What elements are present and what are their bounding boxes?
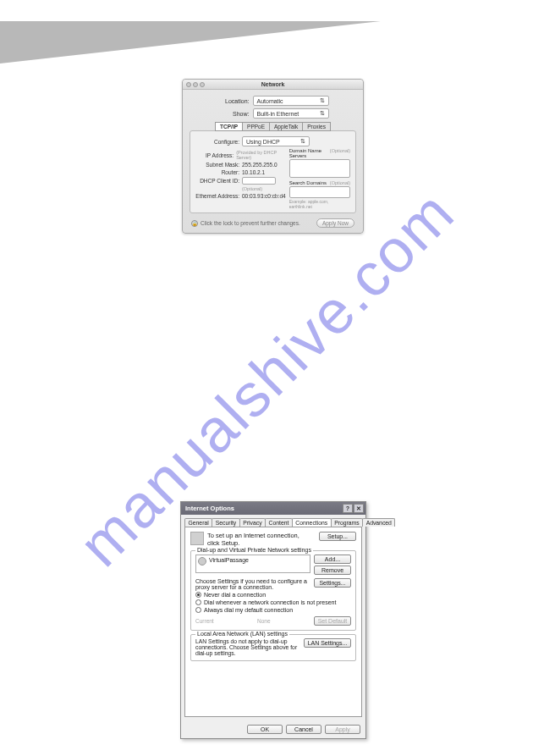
tcpip-panel: Configure: Using DHCP ⇅ IP Address: (Pro… <box>190 130 356 213</box>
show-label: Show: <box>217 111 250 117</box>
dropdown-icon: ⇅ <box>320 97 325 104</box>
configure-select[interactable]: Using DHCP ⇅ <box>242 136 310 146</box>
help-button[interactable]: ? <box>343 504 353 513</box>
lan-group: Local Area Network (LAN) settings LAN Se… <box>190 634 356 661</box>
dhcp-label: DHCP Client ID: <box>195 178 239 184</box>
dns-optional: (Optional) <box>330 148 350 158</box>
proxy-text: Choose Settings if you need to configure… <box>195 578 310 590</box>
mac-titlebar: Network <box>183 80 363 90</box>
tab-advanced[interactable]: Advanced <box>362 518 395 527</box>
dropdown-icon: ⇅ <box>300 138 305 145</box>
win-titlebar: Internet Options ? ✕ <box>181 502 365 515</box>
search-optional: (Optional) <box>330 180 350 185</box>
tab-pppoe[interactable]: PPPoE <box>243 122 270 131</box>
radio-icon <box>195 607 201 613</box>
minimize-icon[interactable] <box>193 82 198 87</box>
location-value: Automatic <box>257 98 283 104</box>
subnet-value: 255.255.255.0 <box>242 162 277 168</box>
current-value: None <box>257 618 271 624</box>
setup-text: To set up an Internet connection, click … <box>207 532 300 547</box>
search-textarea[interactable] <box>289 186 350 198</box>
lan-text: LAN Settings do not apply to dial-up con… <box>195 638 300 656</box>
zoom-icon[interactable] <box>200 82 205 87</box>
close-button[interactable]: ✕ <box>354 504 364 513</box>
tab-tcpip[interactable]: TCP/IP <box>215 122 243 131</box>
tab-privacy[interactable]: Privacy <box>239 518 266 527</box>
tab-security[interactable]: Security <box>212 518 240 527</box>
win-dialog-title: Internet Options <box>185 505 234 512</box>
location-label: Location: <box>217 98 250 104</box>
eth-value: 00:03.93:c0:cb:d4 <box>242 193 286 199</box>
router-label: Router: <box>195 169 239 175</box>
lock-text: Click the lock to prevent further change… <box>201 220 300 226</box>
radio-label: Never dial a connection <box>204 592 266 598</box>
ip-note: (Provided by DHCP Server) <box>236 150 286 160</box>
tab-appletalk[interactable]: AppleTalk <box>270 122 303 131</box>
router-value: 10.10.2.1 <box>242 169 265 175</box>
connections-panel: To set up an Internet connection, click … <box>184 527 362 717</box>
vpn-item: VirtualPassage <box>209 557 249 563</box>
close-icon[interactable] <box>186 82 191 87</box>
apply-now-button[interactable]: Apply Now <box>316 218 354 228</box>
dns-textarea[interactable] <box>289 159 350 178</box>
dhcp-optional: (Optional) <box>242 186 262 191</box>
configure-label: Configure: <box>195 139 239 145</box>
location-select[interactable]: Automatic ⇅ <box>253 96 329 106</box>
cancel-button[interactable]: Cancel <box>286 725 321 734</box>
lan-group-title: Local Area Network (LAN) settings <box>195 631 289 637</box>
dialup-group-title: Dial-up and Virtual Private Network sett… <box>195 547 313 553</box>
subnet-label: Subnet Mask: <box>195 162 239 168</box>
lan-settings-button[interactable]: LAN Settings... <box>304 638 351 648</box>
ip-label: IP Address: <box>195 152 234 158</box>
radio-label: Dial whenever a network connection is no… <box>204 599 336 605</box>
win-dialog-footer: OK Cancel Apply <box>181 720 365 738</box>
dns-title: Domain Name Servers <box>289 148 330 158</box>
radio-icon <box>195 599 201 605</box>
radio-label: Always dial my default connection <box>204 607 293 613</box>
radio-icon <box>195 592 201 598</box>
lock-icon[interactable]: 🔒 <box>191 220 198 227</box>
example-text: Example: apple.com, earthlink.net <box>289 199 350 209</box>
radio-never-dial[interactable]: Never dial a connection <box>195 592 351 598</box>
ok-button[interactable]: OK <box>247 725 283 734</box>
connection-wizard-icon <box>190 532 204 545</box>
page-header-banner <box>0 21 381 63</box>
win-tab-strip: General Security Privacy Content Connect… <box>181 515 365 527</box>
configure-value: Using DHCP <box>246 139 280 145</box>
remove-button[interactable]: Remove <box>314 566 351 575</box>
dropdown-icon: ⇅ <box>320 110 325 117</box>
tab-connections[interactable]: Connections <box>292 518 332 527</box>
search-title: Search Domains <box>289 180 327 185</box>
add-button[interactable]: Add... <box>314 555 351 564</box>
tab-proxies[interactable]: Proxies <box>303 122 331 131</box>
apply-button[interactable]: Apply <box>325 725 360 734</box>
mac-network-window: Network Location: Automatic ⇅ Show: Buil… <box>182 79 364 234</box>
win-internet-options-dialog: Internet Options ? ✕ General Security Pr… <box>180 501 366 739</box>
show-select[interactable]: Built-in Ethernet ⇅ <box>253 108 329 119</box>
current-label: Current <box>195 618 214 624</box>
show-value: Built-in Ethernet <box>257 111 299 117</box>
vpn-icon <box>198 557 206 566</box>
setup-button[interactable]: Setup... <box>319 532 356 541</box>
mac-window-title: Network <box>261 81 285 87</box>
settings-button[interactable]: Settings... <box>314 578 351 588</box>
dhcp-input[interactable] <box>242 177 276 185</box>
traffic-lights <box>186 82 205 87</box>
dialup-group: Dial-up and Virtual Private Network sett… <box>190 550 356 631</box>
tab-programs[interactable]: Programs <box>331 518 363 527</box>
eth-label: Ethernet Address: <box>195 193 239 199</box>
tab-general[interactable]: General <box>184 518 212 527</box>
set-default-button[interactable]: Set Default <box>314 616 351 626</box>
radio-dial-whenever[interactable]: Dial whenever a network connection is no… <box>195 599 351 605</box>
tab-content[interactable]: Content <box>265 518 293 527</box>
vpn-listbox[interactable]: VirtualPassage <box>195 555 310 573</box>
radio-always-dial[interactable]: Always dial my default connection <box>195 607 351 613</box>
